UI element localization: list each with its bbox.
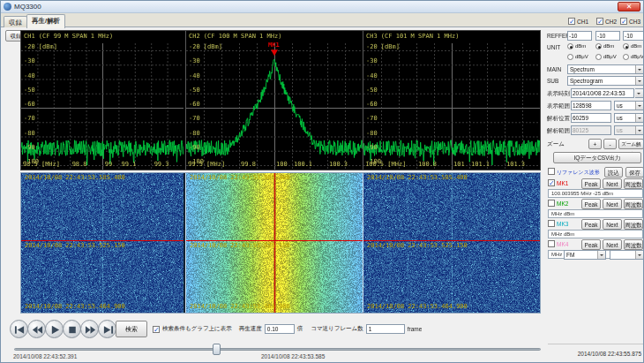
- ch3-checkbox[interactable]: ✓: [620, 18, 627, 25]
- marker-next-button[interactable]: Next: [603, 219, 622, 230]
- timeline-slider-track[interactable]: [14, 348, 541, 351]
- stop-button[interactable]: [63, 320, 81, 338]
- x-axis-label: 101.1: [471, 161, 490, 168]
- timeline-slider-thumb[interactable]: [213, 344, 221, 355]
- unit-radio-ch3-dbm[interactable]: [623, 43, 629, 49]
- timeline-start-time: 2014/10/08 22:43:52.391: [13, 353, 77, 359]
- close-button[interactable]: ✕: [618, 2, 640, 11]
- analysis-position-unit: us: [617, 115, 623, 121]
- marker-checkbox-mk3[interactable]: [548, 220, 555, 227]
- zoom-in-button[interactable]: +: [588, 139, 602, 149]
- ch1-check-label: CH1: [577, 19, 588, 25]
- unit-radio-ch2-dbm[interactable]: [595, 43, 602, 49]
- play-icon: [49, 324, 61, 336]
- demod-row: FM: [546, 250, 644, 261]
- analysis-position-unit-dropdown[interactable]: us: [614, 113, 644, 123]
- spectrum-canvas-ch2: [186, 31, 363, 170]
- reference-level-row: REFFER: [546, 31, 644, 42]
- x-axis-label: 99.3: [154, 161, 169, 168]
- playback-speed-input[interactable]: [265, 324, 295, 334]
- marker-row-mk2: MK2PeakNext周波数: [546, 199, 644, 209]
- analysis-position-input[interactable]: [571, 113, 611, 123]
- marker-label: MK4: [557, 241, 568, 247]
- main-view-dropdown[interactable]: Spectrum: [567, 64, 644, 74]
- spectrum-canvas-ch3: [363, 31, 540, 170]
- demod-mode-dropdown[interactable]: FM: [564, 250, 606, 260]
- marker-frequency-button[interactable]: 周波数: [624, 219, 643, 230]
- spectrogram-timestamp-top: 2014/10/08 22:43:53.585.400: [367, 174, 468, 181]
- reffer-ch2-input[interactable]: [595, 31, 620, 41]
- marker-checkbox-mk2[interactable]: [548, 200, 555, 207]
- y-axis-label: -90: [366, 144, 378, 151]
- spectrum-plots: CH1 (CF 99 M SPAN 1 MHz) -20 [dBm]-30-40…: [20, 30, 541, 170]
- display-range-input[interactable]: [571, 101, 611, 110]
- marker-peak-button[interactable]: Peak: [581, 178, 601, 189]
- show-search-conditions-checkbox[interactable]: ✓: [153, 326, 160, 333]
- frame-step-label: コマ送りフレーム数: [311, 325, 363, 333]
- spectrogram-timestamp-bottom: 2014/10/08 22:43:53.464.900: [25, 303, 125, 310]
- y-axis-label: -50: [366, 87, 378, 94]
- step-forward-button[interactable]: [98, 320, 116, 338]
- spectrum-panel-ch3: CH3 (CF 101 M SPAN 1 MHz) -20 [dBm]-30-4…: [363, 31, 540, 170]
- marker-next-button[interactable]: Next: [603, 199, 622, 209]
- zoom-out-button[interactable]: -: [603, 139, 617, 149]
- display-time-input[interactable]: [571, 88, 634, 98]
- unit-radio-ch1-dbuv[interactable]: [567, 54, 573, 60]
- display-range-unit-dropdown[interactable]: us: [614, 101, 644, 110]
- marker-checkbox-mk1[interactable]: ✓: [548, 179, 555, 186]
- frame-step-input[interactable]: [366, 324, 405, 334]
- x-axis-label: 100.3: [329, 161, 348, 168]
- marker-peak-button[interactable]: Peak: [581, 199, 601, 209]
- display-time-spinner[interactable]: [635, 88, 644, 98]
- panel-timestamp: 2014/10/08 22:43:55.875: [578, 351, 641, 357]
- marker-peak-button[interactable]: Peak: [581, 219, 601, 230]
- window-title: MQ3300: [14, 3, 41, 11]
- tab-playback-analysis[interactable]: 再生/解析: [26, 14, 65, 28]
- chevron-down-icon: [635, 102, 643, 110]
- rewind-button[interactable]: [27, 320, 46, 338]
- unit-radio-ch3-dbuv[interactable]: [623, 54, 629, 60]
- marker-next-button[interactable]: Next: [603, 178, 622, 189]
- y-axis-label: -30: [24, 57, 35, 64]
- spectrum-panel-ch1: CH1 (CF 99 M SPAN 1 MHz) -20 [dBm]-30-40…: [21, 31, 185, 170]
- iq-csv-export-button[interactable]: IQデータCSV出力: [553, 152, 641, 163]
- zoom-release-button[interactable]: ズーム解除: [618, 139, 644, 149]
- main-view-value: Spectrum: [570, 66, 595, 72]
- marker-frequency-button[interactable]: 周波数: [624, 239, 643, 250]
- y-axis-label: -80: [189, 130, 200, 137]
- reffer-ch3-input[interactable]: [623, 31, 644, 41]
- marker-label: MK2: [557, 200, 568, 207]
- app-icon: [4, 3, 11, 11]
- analysis-range-input: [571, 125, 611, 135]
- search-button[interactable]: 検索: [116, 321, 147, 337]
- y-axis-label: -40: [366, 72, 378, 79]
- play-button[interactable]: [45, 320, 64, 338]
- main-view-row: MAIN Spectrum: [546, 64, 644, 75]
- demod-option-dropdown[interactable]: [610, 250, 644, 260]
- sub-view-dropdown[interactable]: Spectrogram: [567, 76, 644, 86]
- ch1-checkbox[interactable]: ✓: [568, 18, 575, 25]
- x-axis-label: 99: [105, 161, 112, 168]
- marker-peak-button[interactable]: Peak: [581, 239, 601, 250]
- unit-radio-ch2-dbuv[interactable]: [595, 54, 602, 60]
- y-axis-label: -50: [189, 87, 200, 94]
- reference-save-button[interactable]: 保存: [625, 167, 644, 178]
- reffer-ch1-input[interactable]: [567, 31, 592, 41]
- step-back-button[interactable]: [10, 320, 28, 338]
- ch2-checkbox[interactable]: ✓: [596, 18, 603, 25]
- unit-radio-ch1-dbm[interactable]: [567, 43, 573, 49]
- analysis-range-row: 解析範囲 us: [546, 125, 644, 136]
- marker-frequency-button[interactable]: 周波数: [624, 178, 643, 189]
- x-axis-label: 100.5 [MHz]: [365, 161, 406, 168]
- tab-record[interactable]: 収録: [4, 16, 27, 27]
- marker-next-button[interactable]: Next: [603, 239, 622, 250]
- marker-frequency-button[interactable]: 周波数: [624, 199, 643, 209]
- marker-checkbox-mk4[interactable]: [548, 240, 555, 247]
- y-axis-label: -80: [24, 130, 35, 137]
- fast-forward-button[interactable]: [80, 320, 99, 338]
- reference-load-button[interactable]: 読込: [604, 167, 623, 178]
- timeline-current-time: 2014/10/08 22:43:53.585: [261, 353, 325, 359]
- reference-waveform-checkbox[interactable]: [548, 168, 555, 175]
- unit-radio-label: dBm: [603, 43, 614, 49]
- marker-row-mk1: ✓MK1PeakNext周波数: [546, 178, 644, 189]
